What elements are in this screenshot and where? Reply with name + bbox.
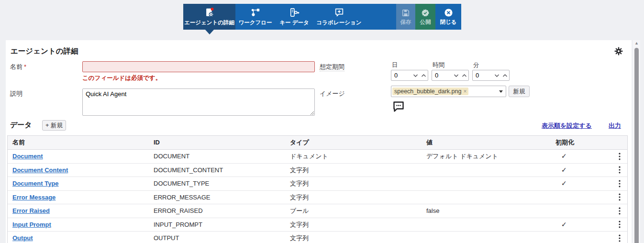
row-value bbox=[422, 177, 551, 190]
scrollbar-thumb[interactable] bbox=[634, 48, 639, 243]
data-table: 名前 ID タイプ 値 初期化 Document DOCUMENT ドキュメント… bbox=[7, 135, 628, 243]
row-id: DOCUMENT_CONTENT bbox=[149, 164, 285, 177]
duration-days-spinner: 日 bbox=[391, 61, 428, 81]
row-type: 文字列 bbox=[285, 218, 422, 232]
tab-key-data[interactable]: キー データ bbox=[275, 4, 313, 30]
row-id: DOCUMENT_TYPE bbox=[149, 177, 285, 190]
row-value bbox=[422, 191, 551, 204]
initialized-check bbox=[551, 232, 611, 243]
row-name-link[interactable]: Document Content bbox=[12, 166, 68, 174]
row-id: DOCUMENT bbox=[149, 150, 285, 163]
days-value-input[interactable] bbox=[391, 71, 411, 79]
table-row: Input Prompt INPUT_PROMPT 文字列 ✓ bbox=[8, 218, 627, 232]
initialized-check: ✓ bbox=[551, 150, 611, 163]
row-menu-button[interactable] bbox=[616, 206, 623, 216]
initialized-check: ✓ bbox=[551, 164, 611, 177]
column-header-value: 値 bbox=[422, 136, 551, 149]
hours-decrement-button[interactable] bbox=[452, 74, 460, 77]
add-data-button[interactable]: + 新規 bbox=[42, 120, 66, 131]
vertical-scrollbar[interactable]: ▲ bbox=[633, 40, 640, 243]
output-link[interactable]: 出力 bbox=[609, 122, 621, 130]
tab-agent-details[interactable]: エージェントの詳細 bbox=[183, 4, 235, 30]
set-display-order-link[interactable]: 表示順を設定する bbox=[542, 122, 592, 130]
initialized-check: ✓ bbox=[551, 177, 611, 190]
name-input[interactable] bbox=[82, 61, 315, 72]
row-type: 文字列 bbox=[285, 232, 422, 243]
publish-button[interactable]: 公開 bbox=[415, 4, 435, 30]
column-header-menu bbox=[611, 136, 627, 149]
tab-label: ワークフロー bbox=[238, 19, 272, 26]
days-unit-label: 日 bbox=[391, 61, 428, 70]
initialized-check: ✓ bbox=[551, 218, 611, 232]
row-id: ERROR_RAISED bbox=[149, 204, 285, 218]
duration-hours-spinner: 時間 bbox=[432, 61, 469, 81]
hours-unit-label: 時間 bbox=[432, 61, 469, 70]
minutes-increment-button[interactable] bbox=[501, 74, 509, 77]
image-combobox[interactable]: speech_bubble_dark.png × bbox=[391, 86, 506, 97]
row-name-link[interactable]: Document Type bbox=[12, 180, 59, 187]
row-type: 文字列 bbox=[285, 177, 422, 190]
agent-editor-screen: エージェントの詳細 ワークフロー bbox=[0, 0, 644, 243]
table-row: Error Raised ERROR_RAISED ブール false bbox=[8, 204, 627, 218]
table-row: Document DOCUMENT ドキュメント デフォルト ドキュメント ✓ bbox=[8, 150, 627, 164]
settings-gear-button[interactable] bbox=[614, 47, 623, 55]
duration-minutes-spinner: 分 bbox=[472, 61, 510, 81]
image-label: イメージ bbox=[320, 89, 345, 98]
row-name-link[interactable]: Document bbox=[12, 153, 43, 160]
row-menu-button[interactable] bbox=[616, 192, 623, 202]
row-menu-button[interactable] bbox=[616, 152, 623, 161]
close-button[interactable]: 閉じる bbox=[435, 4, 461, 30]
description-textarea[interactable]: Quick AI Agent bbox=[82, 88, 315, 116]
image-new-button[interactable]: 新規 bbox=[509, 86, 530, 97]
row-menu-button[interactable] bbox=[616, 165, 623, 175]
close-icon bbox=[444, 8, 453, 18]
table-header-row: 名前 ID タイプ 値 初期化 bbox=[8, 136, 627, 150]
scroll-up-icon[interactable]: ▲ bbox=[633, 41, 640, 45]
active-tab-pointer bbox=[205, 29, 214, 34]
row-id: ERROR_MESSAGE bbox=[149, 191, 285, 204]
initialized-check bbox=[551, 204, 611, 218]
row-menu-button[interactable] bbox=[616, 179, 623, 188]
remove-tag-button[interactable]: × bbox=[463, 88, 466, 94]
tab-workflow[interactable]: ワークフロー bbox=[235, 4, 275, 30]
key-data-icon bbox=[289, 7, 300, 18]
hours-value-input[interactable] bbox=[432, 71, 452, 79]
save-button[interactable]: 保存 bbox=[396, 4, 415, 30]
days-increment-button[interactable] bbox=[420, 74, 428, 77]
table-row: Output OUTPUT 文字列 bbox=[8, 232, 627, 243]
row-menu-button[interactable] bbox=[616, 233, 623, 243]
minutes-decrement-button[interactable] bbox=[493, 74, 501, 77]
row-menu-button[interactable] bbox=[616, 220, 623, 229]
row-value bbox=[422, 232, 551, 243]
table-row: Document Content DOCUMENT_CONTENT 文字列 ✓ bbox=[8, 164, 627, 177]
publish-label: 公開 bbox=[420, 19, 431, 26]
row-name-link[interactable]: Input Prompt bbox=[12, 221, 51, 228]
row-value: false bbox=[422, 204, 551, 218]
row-name-link[interactable]: Output bbox=[12, 234, 33, 242]
row-name-link[interactable]: Error Message bbox=[12, 194, 56, 201]
selected-image-name: speech_bubble_dark.png bbox=[394, 88, 461, 95]
tab-label: エージェントの詳細 bbox=[184, 19, 234, 26]
description-label: 説明 bbox=[10, 89, 22, 98]
close-label: 閉じる bbox=[440, 19, 456, 26]
row-type: ドキュメント bbox=[285, 150, 422, 163]
workflow-icon bbox=[250, 7, 261, 18]
row-type: 文字列 bbox=[285, 164, 422, 177]
publish-seal-icon bbox=[421, 8, 430, 18]
collaboration-icon bbox=[334, 7, 344, 18]
tab-collaboration[interactable]: コラボレーション bbox=[313, 4, 365, 30]
tab-label: キー データ bbox=[279, 19, 309, 26]
save-icon bbox=[401, 8, 410, 18]
days-decrement-button[interactable] bbox=[411, 74, 420, 77]
agent-document-gear-icon bbox=[204, 7, 215, 18]
minutes-value-input[interactable] bbox=[473, 71, 493, 79]
row-id: INPUT_PROMPT bbox=[149, 218, 285, 232]
hours-increment-button[interactable] bbox=[460, 74, 468, 77]
row-value bbox=[422, 218, 551, 232]
gear-icon bbox=[614, 47, 623, 55]
save-label: 保存 bbox=[400, 19, 411, 26]
selected-image-tag: speech_bubble_dark.png × bbox=[392, 88, 468, 95]
row-name-link[interactable]: Error Raised bbox=[12, 207, 50, 214]
duration-spinners: 日 時間 分 bbox=[391, 61, 510, 81]
row-value bbox=[422, 164, 551, 177]
